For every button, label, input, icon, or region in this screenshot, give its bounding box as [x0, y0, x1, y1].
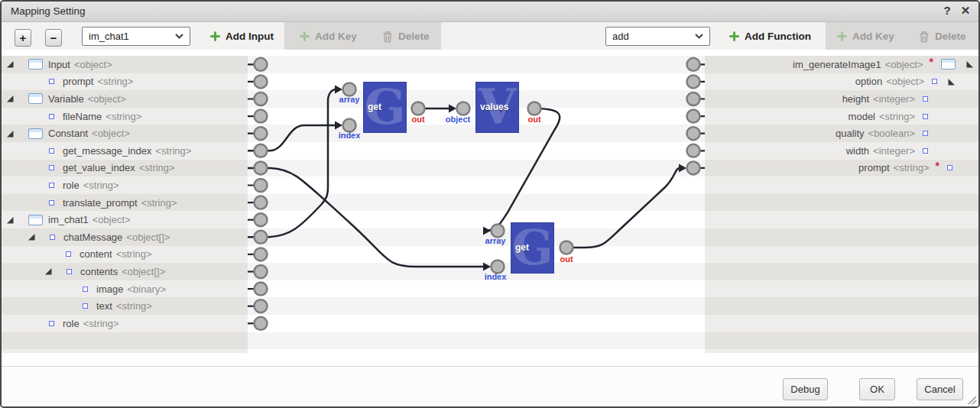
delete-button-right[interactable]: Delete — [919, 27, 966, 46]
wire[interactable] — [248, 168, 483, 267]
port[interactable] — [687, 92, 700, 105]
trash-icon — [919, 31, 930, 43]
field-type: <object> — [886, 76, 924, 87]
port-label: out — [411, 115, 424, 124]
port[interactable] — [255, 58, 268, 71]
field-type: <string> — [879, 111, 915, 122]
port[interactable] — [255, 317, 268, 330]
target-tree-row[interactable]: height<integer> — [705, 90, 978, 108]
source-tree-row[interactable]: content<string> — [2, 246, 248, 264]
port[interactable] — [255, 110, 268, 123]
source-tree-row[interactable]: role<string> — [2, 176, 248, 194]
collapse-icon-right[interactable] — [948, 78, 956, 86]
function-node-values-1[interactable]: Vvalues — [475, 82, 519, 133]
add-input-button[interactable]: Add Input — [210, 27, 274, 46]
source-tree-row[interactable]: chatMessage<object[]> — [2, 228, 248, 246]
port[interactable] — [255, 179, 268, 192]
target-tree-row[interactable]: prompt<string>* — [705, 160, 978, 177]
port[interactable] — [255, 127, 268, 140]
port[interactable] — [687, 110, 700, 123]
collapse-icon[interactable] — [6, 130, 14, 138]
port[interactable] — [528, 102, 541, 115]
help-icon[interactable]: ? — [940, 4, 954, 17]
source-tree-row[interactable]: text<string> — [2, 297, 248, 315]
field-name: role — [63, 318, 80, 329]
port[interactable] — [255, 265, 268, 278]
collapse-icon[interactable] — [44, 267, 52, 275]
cancel-button[interactable]: Cancel — [917, 378, 963, 400]
port[interactable] — [255, 161, 268, 174]
target-tree-row[interactable]: option<object> — [705, 73, 978, 91]
delete-button-left[interactable]: Delete — [382, 27, 430, 46]
field-name: contents — [80, 266, 118, 277]
source-tree-row[interactable]: Input<object> — [2, 56, 248, 73]
target-tree-row[interactable]: quality<boolean> — [705, 125, 978, 142]
target-tree-row[interactable]: im_generateImage1<object>* — [705, 56, 978, 73]
remove-node-button[interactable]: − — [45, 29, 62, 47]
port[interactable] — [687, 144, 700, 157]
resize-grip[interactable] — [967, 395, 977, 405]
port[interactable] — [255, 75, 268, 88]
field-type: <string> — [139, 162, 175, 173]
add-function-button[interactable]: Add Function — [729, 27, 811, 46]
source-tree-row[interactable]: image<binary> — [2, 280, 248, 298]
close-icon[interactable]: ✕ — [959, 4, 972, 18]
port[interactable] — [255, 196, 268, 209]
port[interactable] — [492, 261, 505, 274]
source-select[interactable]: im_chat1 — [82, 27, 190, 46]
target-tree-row[interactable]: model<string> — [705, 108, 978, 125]
collapse-icon[interactable] — [28, 233, 35, 241]
source-tree: Input<object>prompt<string>Variable<obje… — [2, 50, 248, 353]
port[interactable] — [255, 283, 268, 296]
source-tree-row[interactable]: translate_prompt<string> — [2, 194, 248, 212]
function-node-get-1[interactable]: Gget — [363, 82, 407, 133]
mapping-setting-dialog: Mapping Setting ? ✕ + − im_chat1 Add Inp… — [0, 0, 980, 408]
wire[interactable] — [566, 168, 680, 248]
arrowhead-icon — [335, 86, 342, 94]
add-node-button[interactable]: + — [15, 29, 31, 47]
collapse-icon-right[interactable] — [966, 60, 974, 68]
port[interactable] — [687, 127, 700, 140]
source-tree-row[interactable]: role<string> — [2, 315, 248, 332]
port[interactable] — [687, 58, 700, 71]
port[interactable] — [457, 102, 470, 115]
port[interactable] — [255, 92, 268, 105]
port[interactable] — [255, 300, 268, 312]
port-label: index — [485, 272, 508, 281]
port[interactable] — [687, 161, 700, 174]
field-bullet-icon — [923, 114, 928, 119]
function-select[interactable]: add — [605, 27, 710, 46]
debug-button[interactable]: Debug — [783, 378, 828, 400]
target-tree-row[interactable]: width<integer> — [705, 142, 978, 160]
source-tree-row[interactable]: contents<object[]> — [2, 263, 248, 280]
add-key-button-right[interactable]: Add Key — [837, 27, 894, 46]
port-label: array — [485, 236, 507, 245]
collapse-icon[interactable] — [6, 216, 14, 224]
port[interactable] — [687, 75, 700, 88]
function-node-get-2[interactable]: Gget — [511, 222, 554, 274]
arrowhead-icon — [679, 164, 686, 173]
source-tree-row[interactable]: Constant<object> — [2, 125, 248, 142]
collapse-icon[interactable] — [6, 95, 14, 102]
source-tree-row[interactable]: prompt<string> — [2, 73, 248, 91]
source-tree-row[interactable]: im_chat1<object> — [2, 211, 248, 228]
port[interactable] — [255, 213, 268, 226]
field-type: <string> — [894, 162, 930, 173]
ok-button[interactable]: OK — [859, 378, 895, 400]
port[interactable] — [412, 102, 425, 115]
port[interactable] — [343, 119, 356, 132]
source-tree-row[interactable]: get_value_index<string> — [2, 160, 248, 177]
source-tree-row[interactable]: Variable<object> — [2, 90, 248, 108]
port[interactable] — [255, 144, 268, 157]
field-name: text — [96, 300, 112, 312]
collapse-icon[interactable] — [6, 60, 14, 68]
port[interactable] — [560, 241, 573, 254]
port[interactable] — [492, 225, 505, 238]
port[interactable] — [255, 248, 268, 261]
port[interactable] — [343, 83, 356, 96]
source-tree-row[interactable]: fileName<string> — [2, 108, 248, 125]
field-name: Variable — [48, 93, 84, 105]
port[interactable] — [255, 231, 268, 244]
add-key-button-left[interactable]: Add Key — [300, 27, 357, 46]
source-tree-row[interactable]: get_message_index<string> — [2, 142, 248, 160]
